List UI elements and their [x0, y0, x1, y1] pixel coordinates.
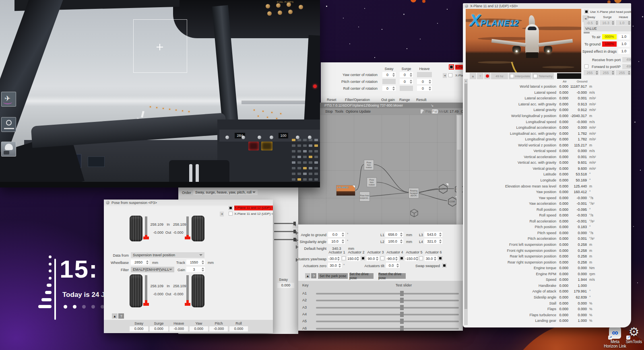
- annunciator-light[interactable]: [303, 144, 307, 147]
- annunciator-light[interactable]: [309, 144, 312, 147]
- help-button[interactable]: ?: [118, 313, 124, 319]
- annunciator-light[interactable]: [297, 167, 301, 169]
- bg-slider-track[interactable]: [274, 223, 295, 224]
- annunciator-light[interactable]: [297, 150, 301, 152]
- spinner-arrows-icon[interactable]: [439, 239, 442, 243]
- ground-services-button[interactable]: ✈: [1, 92, 16, 107]
- l3-spinbox[interactable]: 543.0: [424, 232, 442, 237]
- annunciator-light[interactable]: [292, 178, 295, 181]
- mover-titlebar[interactable]: PT\3.7.0.11\6DOF\Xplane12\Boeing 737-800…: [298, 103, 463, 108]
- track-spinbox[interactable]: 1550: [186, 259, 205, 265]
- rotation-spinbox[interactable]: 0: [400, 79, 413, 84]
- spinner-arrows-icon[interactable]: [392, 86, 395, 91]
- scrollbar-up-arrow[interactable]: ▲: [464, 79, 468, 83]
- test-slider-track[interactable]: [316, 321, 459, 322]
- collapse-left-icon[interactable]: ◄: [220, 212, 224, 216]
- annunciator-light[interactable]: [303, 156, 307, 158]
- pose-from-motion-node-2[interactable]: Pose from motion: [367, 177, 377, 187]
- to-air-gain[interactable]: 1.0: [618, 34, 630, 39]
- test-slider-thumb[interactable]: [400, 326, 404, 331]
- annunciator-light[interactable]: [309, 167, 312, 169]
- annunciator-light[interactable]: [309, 150, 312, 152]
- menu-tools[interactable]: Tools: [335, 108, 343, 115]
- annunciator-light[interactable]: [292, 173, 295, 175]
- annunciator-light[interactable]: [303, 139, 307, 141]
- spinner-arrows-icon[interactable]: [429, 80, 431, 84]
- interpolate-toggle[interactable]: Interpolate: [509, 73, 531, 79]
- rotation-source-selected[interactable]: X-Plan: [455, 65, 463, 70]
- collapse-left-icon[interactable]: ◄: [443, 73, 447, 78]
- to-air-pct[interactable]: 000%: [602, 34, 617, 39]
- spinner-arrows-icon[interactable]: [146, 260, 149, 264]
- pose-source-checkbox[interactable]: [229, 212, 233, 216]
- disconnect-button[interactable]: Disconnect: [557, 73, 582, 79]
- spinner-arrows-icon[interactable]: [342, 239, 344, 243]
- pose-source[interactable]: X-Plane 11 and 12 (UDP) <S0.AIR: [234, 212, 273, 216]
- annunciator-light[interactable]: [314, 144, 318, 147]
- pose-from-motion-node[interactable]: Pose from motion: [364, 160, 374, 170]
- spinner-arrows-icon[interactable]: [342, 233, 344, 237]
- expand-button[interactable]: ▲: [470, 73, 476, 79]
- annunciator-light[interactable]: [297, 139, 301, 141]
- pose-from-suspension-node[interactable]: Pose from suspensi...: [359, 191, 370, 202]
- front-right-slider-thumb[interactable]: [185, 237, 190, 239]
- test-slider-track[interactable]: [316, 328, 459, 329]
- rear-right-slider[interactable]: [186, 275, 189, 303]
- landing-gear-button[interactable]: [1, 117, 16, 132]
- rotation-source-selected-checkbox[interactable]: [449, 64, 454, 70]
- help-button[interactable]: ?: [477, 73, 483, 79]
- front-left-slider-thumb[interactable]: [143, 237, 149, 239]
- to-ground-pct[interactable]: 100%: [602, 41, 617, 47]
- actuators-zero-spinbox[interactable]: 30.0: [328, 263, 342, 268]
- l2-spinbox[interactable]: 100.0: [385, 239, 403, 244]
- annunciator-light[interactable]: [309, 139, 312, 141]
- speed-effect-gain[interactable]: 1.0: [618, 49, 630, 54]
- clock-page-dot[interactable]: [91, 305, 95, 309]
- paypal-link[interactable]: PayPal.Me: [425, 108, 444, 115]
- menu-stop[interactable]: Stop: [325, 108, 333, 115]
- actuators-tilt-spinbox[interactable]: 0.0: [386, 263, 400, 268]
- spinner-arrows-icon[interactable]: [339, 264, 341, 268]
- annunciator-light[interactable]: [314, 178, 318, 181]
- desktop-icon-simtools[interactable]: ⚙ ↗ SimTools: [623, 325, 644, 348]
- to-ground-gain[interactable]: 1.0: [618, 41, 630, 47]
- annunciator-light[interactable]: [292, 150, 295, 152]
- clock-page-dot[interactable]: [82, 305, 86, 309]
- annunciator-light[interactable]: [303, 161, 307, 164]
- spinner-arrows-icon[interactable]: [439, 233, 442, 237]
- test-slider-thumb[interactable]: [400, 312, 404, 317]
- test-slider-thumb[interactable]: [400, 298, 404, 303]
- data-from-dropdown[interactable]: Suspension travel position: [131, 252, 204, 258]
- singularity-angle-spinbox[interactable]: 10.0: [328, 239, 345, 244]
- gain-spinbox[interactable]: 3: [186, 267, 205, 272]
- annunciator-light[interactable]: [314, 167, 318, 169]
- bg-slider-track[interactable]: [274, 239, 295, 240]
- annunciator-light[interactable]: [314, 173, 318, 175]
- pose-titlebar[interactable]: Pose from suspension <P3>: [104, 200, 273, 206]
- annunciator-light[interactable]: [309, 156, 312, 158]
- clock-page-dot[interactable]: [73, 305, 76, 309]
- rotation-spinbox[interactable]: 0: [417, 86, 432, 91]
- rotation-source[interactable]: X-Plan: [455, 74, 463, 77]
- annunciator-light[interactable]: [314, 161, 318, 164]
- xplane-cockpit-window[interactable]: FUEL PUMPS 284 100 ✈: [0, 0, 320, 187]
- collapse-button[interactable]: ▲: [112, 313, 118, 319]
- hexapod-node[interactable]: Rotating hexapod (6DOF): [409, 188, 419, 198]
- rear-left-slider-thumb[interactable]: [143, 303, 149, 306]
- restore-icon[interactable]: ↘: [431, 103, 433, 108]
- test-slider-track[interactable]: [316, 307, 459, 309]
- annunciator-light[interactable]: [297, 178, 301, 181]
- clock-page-dot[interactable]: [64, 305, 67, 309]
- annunciator-light[interactable]: [309, 178, 312, 181]
- test-slider-track[interactable]: [316, 314, 459, 315]
- pushback-button[interactable]: [1, 142, 16, 156]
- annunciator-light[interactable]: [314, 139, 318, 141]
- rotation-spinbox[interactable]: 0: [382, 86, 396, 91]
- rotation-spinbox[interactable]: 0: [400, 72, 413, 77]
- source-image-node[interactable]: X-PLANE12: [336, 185, 355, 196]
- annunciator-light[interactable]: [314, 156, 318, 158]
- annunciator-light[interactable]: [297, 173, 301, 175]
- annunciator-light[interactable]: [297, 144, 301, 147]
- spinner-arrows-icon[interactable]: [392, 73, 395, 77]
- rotation-spinbox[interactable]: 0: [417, 79, 432, 84]
